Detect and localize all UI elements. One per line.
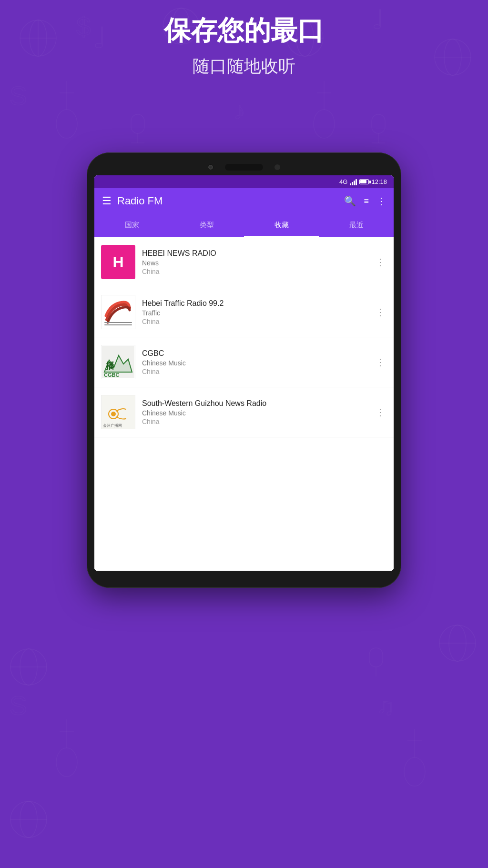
status-bar: 4G 12:18 bbox=[94, 175, 394, 188]
radio-more-icon[interactable]: ⋮ bbox=[374, 404, 387, 420]
menu-icon[interactable]: ☰ bbox=[102, 195, 112, 207]
svg-text:播: 播 bbox=[105, 361, 115, 371]
svg-text:♪: ♪ bbox=[234, 98, 245, 124]
radio-name: CGBC bbox=[142, 349, 367, 358]
svg-point-44 bbox=[404, 757, 425, 786]
tab-type[interactable]: 类型 bbox=[169, 214, 244, 236]
tab-recent[interactable]: 最近 bbox=[319, 214, 394, 236]
app-title: Radio FM bbox=[117, 195, 338, 207]
svg-rect-22 bbox=[131, 114, 144, 133]
radio-more-icon[interactable]: ⋮ bbox=[374, 304, 387, 320]
phone-speaker bbox=[225, 164, 263, 171]
tab-favorites[interactable]: 收藏 bbox=[244, 214, 319, 236]
list-empty-space bbox=[94, 437, 394, 571]
radio-name: HEBEI NEWS RADIO bbox=[142, 249, 367, 258]
radio-more-icon[interactable]: ⋮ bbox=[374, 254, 387, 270]
phone-top-bar bbox=[94, 160, 394, 175]
phone-body: 4G 12:18 ☰ R bbox=[87, 152, 401, 588]
radio-category: Chinese Music bbox=[142, 409, 367, 417]
radio-more-icon[interactable]: ⋮ bbox=[374, 354, 387, 370]
network-indicator: 4G bbox=[339, 178, 347, 185]
radio-category: Traffic bbox=[142, 309, 367, 317]
svg-text:S: S bbox=[10, 691, 27, 720]
status-icons: 4G 12:18 bbox=[339, 178, 387, 185]
radio-category: News bbox=[142, 259, 367, 267]
phone-camera bbox=[208, 164, 214, 170]
svg-rect-37 bbox=[369, 648, 383, 667]
radio-logo-cgbc: 播 CGBC bbox=[101, 345, 135, 379]
svg-point-48 bbox=[20, 801, 37, 838]
svg-point-34 bbox=[439, 625, 476, 661]
radio-info-hebei-traffic: Hebei Traffic Radio 99.2 Traffic China bbox=[142, 299, 367, 325]
phone-sensor bbox=[274, 164, 280, 170]
radio-info-cgbc: CGBC Chinese Music China bbox=[142, 349, 367, 375]
radio-item-hebei-news[interactable]: H HEBEI NEWS RADIO News China ⋮ bbox=[94, 237, 394, 287]
svg-rect-52 bbox=[104, 324, 132, 325]
svg-point-31 bbox=[10, 649, 47, 685]
hero-text-section: 保存您的最口 随口随地收听 bbox=[0, 14, 488, 78]
radio-country: China bbox=[142, 318, 367, 325]
more-options-icon[interactable]: ⋮ bbox=[376, 195, 386, 207]
radio-logo-hebei-news: H bbox=[101, 245, 135, 279]
svg-point-35 bbox=[449, 625, 466, 661]
signal-icon bbox=[350, 179, 357, 185]
svg-point-58 bbox=[111, 412, 116, 416]
radio-category: Chinese Music bbox=[142, 359, 367, 367]
phone-device: 4G 12:18 ☰ R bbox=[87, 152, 401, 588]
svg-point-32 bbox=[20, 649, 37, 685]
svg-text:S: S bbox=[10, 81, 27, 111]
radio-info-hebei-news: HEBEI NEWS RADIO News China bbox=[142, 249, 367, 275]
hero-subtitle: 随口随地收听 bbox=[0, 55, 488, 78]
radio-item-cgbc[interactable]: 播 CGBC CGBC Chinese Music China ⋮ bbox=[94, 337, 394, 387]
radio-list: H HEBEI NEWS RADIO News China ⋮ bbox=[94, 237, 394, 571]
tab-country[interactable]: 国家 bbox=[94, 214, 169, 236]
svg-point-16 bbox=[56, 110, 77, 138]
app-toolbar: ☰ Radio FM 🔍 ≡ ⋮ bbox=[94, 188, 394, 214]
radio-info-sw-guizhou: South-Western Guizhou News Radio Chinese… bbox=[142, 399, 367, 425]
svg-rect-51 bbox=[104, 322, 132, 323]
battery-icon bbox=[359, 179, 369, 184]
phone-bottom-bar bbox=[94, 571, 394, 580]
search-icon[interactable]: 🔍 bbox=[344, 195, 356, 207]
radio-name: Hebei Traffic Radio 99.2 bbox=[142, 299, 367, 308]
tabs-bar: 国家 类型 收藏 最近 bbox=[94, 214, 394, 237]
svg-point-41 bbox=[56, 748, 77, 777]
radio-logo-hebei-traffic bbox=[101, 295, 135, 329]
hero-title: 保存您的最口 bbox=[0, 14, 488, 46]
radio-logo-sw-guizhou: 金州广播网 bbox=[101, 395, 135, 429]
svg-text:CGBC: CGBC bbox=[104, 372, 119, 378]
radio-country: China bbox=[142, 368, 367, 375]
svg-point-47 bbox=[10, 801, 47, 838]
radio-item-sw-guizhou[interactable]: 金州广播网 South-Western Guizhou News Radio C… bbox=[94, 387, 394, 437]
filter-icon[interactable]: ≡ bbox=[364, 196, 369, 206]
radio-country: China bbox=[142, 268, 367, 275]
svg-point-19 bbox=[314, 110, 335, 138]
clock: 12:18 bbox=[371, 178, 387, 185]
svg-rect-25 bbox=[372, 114, 385, 133]
radio-name: South-Western Guizhou News Radio bbox=[142, 399, 367, 408]
radio-item-hebei-traffic[interactable]: Hebei Traffic Radio 99.2 Traffic China ⋮ bbox=[94, 287, 394, 337]
svg-text:♫: ♫ bbox=[376, 693, 395, 720]
toolbar-actions: 🔍 ≡ ⋮ bbox=[344, 195, 386, 207]
radio-country: China bbox=[142, 418, 367, 425]
phone-screen: 4G 12:18 ☰ R bbox=[94, 175, 394, 571]
svg-text:金州广播网: 金州广播网 bbox=[103, 424, 122, 428]
